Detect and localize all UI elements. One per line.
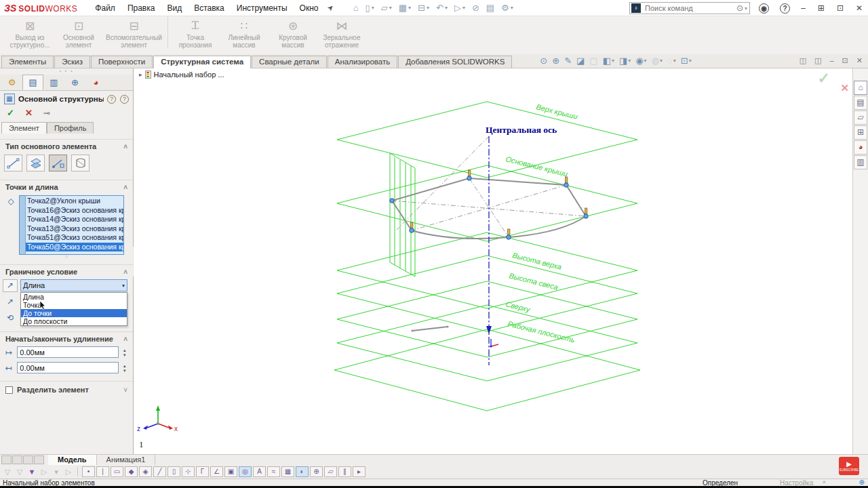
- edit-appearance-icon[interactable]: ◍▾: [652, 56, 663, 66]
- feature-tree-flyout[interactable]: ▸ Начальный набор ...: [139, 70, 224, 79]
- menu-item[interactable]: Вставка: [194, 3, 224, 13]
- section-points-header[interactable]: Точки и длина ˄: [0, 180, 133, 192]
- filter-points-icon[interactable]: ⊕: [310, 466, 323, 477]
- previous-view-icon[interactable]: ▢: [589, 56, 597, 66]
- feature-tree-item-label[interactable]: Начальный набор ...: [154, 70, 224, 79]
- save-icon[interactable]: ▦▾: [399, 3, 411, 13]
- design-library-icon[interactable]: ▤: [854, 96, 867, 110]
- menu-item[interactable]: Окно: [300, 3, 319, 13]
- search-input[interactable]: [644, 3, 736, 13]
- member-type-point-length-button[interactable]: [49, 155, 67, 171]
- tab-weldments[interactable]: Сварные детали: [252, 56, 327, 68]
- appearances-tab-icon[interactable]: ◕: [85, 75, 106, 90]
- filter-faces-icon[interactable]: ▭: [111, 466, 123, 477]
- section-view-icon[interactable]: ◪: [576, 56, 585, 66]
- dock-button[interactable]: ⊞: [818, 3, 825, 13]
- sketch-point[interactable]: [410, 228, 414, 232]
- cancel-button[interactable]: ✕: [25, 108, 33, 118]
- secondary-member-button[interactable]: ⊟ Вспомогательный элемент: [103, 16, 168, 49]
- filter-hatch-icon[interactable]: ▦: [281, 466, 294, 477]
- panel-grip[interactable]: • • •: [0, 68, 133, 75]
- circular-pattern-button[interactable]: ⊛ Круговой массив: [269, 16, 317, 49]
- home-icon[interactable]: ⌂: [353, 3, 359, 13]
- filter-notes-icon[interactable]: ◎: [239, 466, 252, 477]
- new-document-icon[interactable]: ▯▾: [366, 3, 374, 13]
- ok-button[interactable]: ✓: [7, 108, 14, 118]
- section-boundary-header[interactable]: Граничное условие ˄: [0, 264, 133, 277]
- help-icon[interactable]: ?: [780, 3, 790, 14]
- tab-animation[interactable]: Анимация1: [97, 455, 156, 465]
- menu-item[interactable]: Правка: [127, 3, 155, 13]
- display-style-icon[interactable]: ◨▾: [619, 56, 631, 66]
- view-palette-icon[interactable]: ⊞: [854, 125, 867, 140]
- minimize-button[interactable]: –: [801, 3, 806, 13]
- doc-close-button[interactable]: ✕: [856, 56, 863, 65]
- tab-model[interactable]: Модель: [48, 455, 97, 465]
- user-account-icon[interactable]: ◉: [759, 3, 769, 14]
- menu-item[interactable]: Вид: [167, 3, 182, 13]
- tab-addins[interactable]: Добавления SOLIDWORKS: [398, 56, 512, 68]
- lasso-select-icon[interactable]: ▷: [64, 468, 73, 476]
- filter-annotations-icon[interactable]: ▣: [224, 466, 237, 477]
- filter-surface-bodies-icon[interactable]: ◈: [139, 466, 152, 477]
- view-orientation-icon[interactable]: ◧▾: [603, 56, 614, 66]
- sketch-point[interactable]: [584, 214, 588, 218]
- tab-features[interactable]: Элементы: [1, 56, 54, 68]
- expander-icon[interactable]: ▸: [139, 71, 142, 78]
- tab-sketch[interactable]: Эскиз: [54, 56, 90, 68]
- restore-button[interactable]: ⊡: [837, 3, 844, 13]
- globe-icon[interactable]: ⊕: [859, 479, 865, 486]
- keep-visible-pin-icon[interactable]: ⊸: [43, 108, 50, 118]
- filter-toggle-icon[interactable]: ▼: [27, 468, 37, 476]
- section-type-header[interactable]: Тип основного элемента ˄: [0, 139, 133, 152]
- primary-member-button[interactable]: ⊡ Основной элемент: [54, 16, 103, 49]
- filter-parallel-icon[interactable]: ∥: [338, 466, 351, 477]
- filter-axes-icon[interactable]: ╱: [153, 466, 166, 477]
- filter-planes-icon[interactable]: ▯: [167, 466, 180, 477]
- boundary-condition-combo[interactable]: Длина ▾: [20, 279, 127, 291]
- select-icon[interactable]: ▷▾: [454, 3, 465, 13]
- search-caret-icon[interactable]: ▾: [745, 5, 747, 12]
- custom-properties-icon[interactable]: ▥: [854, 155, 867, 169]
- report-icon[interactable]: ▤: [486, 3, 494, 13]
- dropdown-option[interactable]: До точки: [21, 309, 127, 317]
- view-settings-icon[interactable]: ⊡▾: [681, 56, 692, 66]
- status-caret-icon[interactable]: ˄: [823, 479, 826, 485]
- pane-left-button[interactable]: ◫: [800, 56, 806, 65]
- end-extend-spinner[interactable]: ▴▾: [121, 363, 127, 373]
- last-tab-button[interactable]: [34, 455, 44, 464]
- point-list-item[interactable]: Точка16@Эскиз основания крыши: [26, 206, 123, 216]
- tab-structure-system[interactable]: Структурная система: [153, 56, 251, 68]
- propertymanager-tab-icon[interactable]: ▤: [22, 75, 43, 90]
- point-list-item[interactable]: Точка13@Эскиз основания крыши: [26, 224, 123, 234]
- select-caret-icon[interactable]: ▾: [52, 468, 61, 476]
- menu-item[interactable]: Инструменты: [237, 3, 288, 13]
- sketch-point[interactable]: [564, 183, 568, 187]
- filter-vertices-icon[interactable]: •: [82, 466, 95, 477]
- dimxpert-tab-icon[interactable]: ⊕: [64, 75, 85, 90]
- confirm-check-icon[interactable]: ✓: [818, 70, 830, 87]
- search-icon[interactable]: ⊙: [736, 3, 743, 13]
- dismiss-x-icon[interactable]: ✕: [840, 82, 849, 94]
- point-list-item[interactable]: Точка14@Эскиз основания крыши: [26, 215, 123, 224]
- sketch-point[interactable]: [390, 199, 394, 203]
- exit-structure-button[interactable]: ⊠ Выход из структурно...: [5, 16, 54, 49]
- pane-right-button[interactable]: ◫: [814, 56, 821, 65]
- member-type-line-button[interactable]: [4, 155, 22, 171]
- filter-splines-icon[interactable]: ≈: [267, 466, 280, 477]
- start-extend-field[interactable]: [17, 346, 119, 358]
- linear-pattern-button[interactable]: ∷ Линейный массив: [220, 16, 269, 49]
- subscribe-button[interactable]: ▶ SUBSCRIBE: [839, 457, 859, 475]
- pm-tab-profile[interactable]: Профиль: [47, 122, 94, 134]
- options-icon[interactable]: ⚙▾: [501, 3, 513, 13]
- doc-minimize-button[interactable]: –: [829, 56, 833, 65]
- filter-all-icon[interactable]: ▽: [15, 468, 24, 476]
- attach-icon[interactable]: ⊘: [472, 3, 479, 13]
- filter-dimensions-icon[interactable]: ∠: [210, 466, 223, 477]
- filter-regions-icon[interactable]: ▱: [324, 466, 337, 477]
- member-type-profile-button[interactable]: [71, 155, 90, 171]
- close-button[interactable]: ✕: [856, 3, 863, 13]
- select-arrow-icon[interactable]: ▷: [39, 468, 49, 476]
- pierce-point-button[interactable]: Ɪ Точка пронзания: [171, 16, 220, 49]
- appearances-scenes-icon[interactable]: ◕: [854, 140, 867, 155]
